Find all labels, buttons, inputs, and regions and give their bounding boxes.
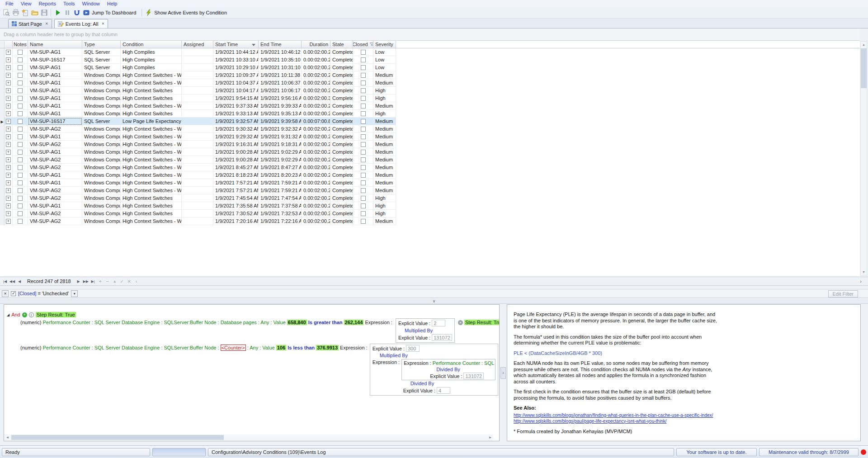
condition-cell[interactable]: High Context Switches - Warning (121, 133, 182, 141)
collapse-chevron-icon[interactable]: ∨ (433, 299, 436, 303)
duration-cell[interactable]: 0.00:02:00.228 (302, 187, 330, 194)
notes-cell[interactable] (13, 64, 28, 71)
state-cell[interactable]: Completed (330, 64, 353, 71)
condition-cell[interactable]: High Context Switches (121, 194, 182, 202)
severity-cell[interactable]: High (373, 94, 396, 102)
notes-cell[interactable] (13, 71, 28, 79)
duration-cell[interactable]: 0.00:02:00.259 (302, 56, 330, 64)
start-time-cell[interactable]: 1/9/2021 10:33:10 AM (213, 56, 259, 64)
state-cell[interactable]: Completed (330, 141, 353, 148)
condition-root-node[interactable]: ◢ And Step Result: True (7, 312, 76, 317)
expand-row-icon[interactable] (6, 104, 11, 109)
scrollbar-thumb[interactable] (11, 435, 224, 440)
expand-row-icon[interactable] (6, 96, 11, 101)
type-cell[interactable]: SQL Server (82, 64, 121, 71)
start-time-cell[interactable]: 1/9/2021 7:57:21 AM (213, 187, 259, 194)
closed-checkbox[interactable] (361, 173, 366, 178)
prev-record-button[interactable] (16, 278, 23, 285)
expand-row-icon[interactable] (6, 180, 11, 185)
name-cell[interactable]: VM-SUP-16S17 (28, 56, 82, 64)
show-active-events-button[interactable]: Show Active Events by Condition (154, 10, 227, 15)
start-time-cell[interactable]: 1/9/2021 10:09:37 AM (213, 71, 259, 79)
expand-cell[interactable] (5, 164, 13, 171)
save-icon[interactable] (39, 8, 49, 18)
notes-cell[interactable] (13, 202, 28, 210)
expand-cell[interactable] (5, 79, 13, 87)
type-cell[interactable]: SQL Server (82, 118, 121, 125)
state-cell[interactable]: Completed (330, 187, 353, 194)
open-folder-icon[interactable] (30, 8, 39, 18)
next-record-button[interactable] (75, 278, 82, 285)
type-cell[interactable]: Windows Computer (82, 156, 121, 164)
notes-checkbox[interactable] (18, 96, 23, 101)
new-document-icon[interactable] (20, 8, 30, 18)
expand-cell[interactable] (5, 210, 13, 217)
type-cell[interactable]: Windows Computer (82, 210, 121, 217)
assigned-user-cell[interactable] (182, 133, 213, 141)
condition-cell[interactable]: High Context Switches - Warning (121, 156, 182, 164)
closed-checkbox[interactable] (361, 150, 366, 155)
dismiss-step-icon[interactable] (458, 320, 463, 325)
closed-cell[interactable] (353, 79, 373, 87)
type-cell[interactable]: Windows Computer (82, 110, 121, 118)
duration-cell[interactable]: 0.00:02:00.324 (302, 94, 330, 102)
name-cell[interactable]: VM-SUP-AG1 (28, 94, 82, 102)
header-duration[interactable]: Duration (302, 41, 330, 48)
end-time-cell[interactable]: 1/9/2021 10:06:17 AM (259, 87, 302, 94)
assigned-user-cell[interactable] (182, 102, 213, 110)
closed-cell[interactable] (353, 133, 373, 141)
severity-cell[interactable]: Medium (373, 164, 396, 171)
expand-row-icon[interactable] (6, 203, 11, 208)
scroll-up-icon[interactable]: ▲ (861, 42, 867, 48)
state-cell[interactable]: Completed (330, 118, 353, 125)
expand-row-icon[interactable] (6, 65, 11, 70)
notes-cell[interactable] (13, 133, 28, 141)
assigned-user-cell[interactable] (182, 164, 213, 171)
end-time-cell[interactable]: 1/9/2021 9:56:16 AM (259, 94, 302, 102)
closed-cell[interactable] (353, 56, 373, 64)
grid-vertical-scrollbar[interactable]: ▲ ▼ (860, 41, 867, 276)
name-cell[interactable]: VM-SUP-AG2 (28, 210, 82, 217)
closed-checkbox[interactable] (361, 211, 366, 216)
notes-checkbox[interactable] (18, 50, 23, 55)
vertical-splitter[interactable] (500, 304, 506, 441)
next-page-button[interactable] (82, 278, 90, 285)
expand-cell[interactable] (5, 202, 13, 210)
closed-checkbox[interactable] (361, 73, 366, 78)
closed-cell[interactable] (353, 187, 373, 194)
start-time-cell[interactable]: 1/9/2021 8:45:27 AM (213, 164, 259, 171)
severity-cell[interactable]: Medium (373, 148, 396, 156)
table-row[interactable]: VM-SUP-AG2Windows ComputerHigh Context S… (0, 217, 860, 225)
notes-checkbox[interactable] (18, 104, 23, 109)
end-time-cell[interactable]: 1/9/2021 8:20:23 AM (259, 171, 302, 179)
expand-row-icon[interactable] (6, 188, 11, 193)
delete-record-button[interactable] (104, 278, 111, 285)
condition-cell[interactable]: High Context Switches - Warning (121, 164, 182, 171)
closed-checkbox[interactable] (361, 127, 366, 132)
end-time-cell[interactable]: 1/9/2021 7:32:53 AM (259, 210, 302, 217)
start-time-cell[interactable]: 1/9/2021 9:29:32 AM (213, 133, 259, 141)
duration-cell[interactable]: 0.00:02:00.210 (302, 110, 330, 118)
condition-horizontal-scrollbar[interactable]: ◂ ▸ (5, 434, 493, 440)
end-time-cell[interactable]: 1/9/2021 10:46:12 AM (259, 48, 302, 56)
end-time-cell[interactable]: 1/9/2021 9:02:29 AM (259, 148, 302, 156)
type-cell[interactable]: Windows Computer (82, 87, 121, 94)
expand-row-icon[interactable] (6, 80, 11, 85)
status-update-message[interactable]: Your software is up to date. (676, 448, 757, 456)
end-time-cell[interactable]: 1/9/2021 10:35:10 AM (259, 56, 302, 64)
table-row[interactable]: VM-SUP-AG1Windows ComputerHigh Context S… (0, 87, 860, 94)
notes-cell[interactable] (13, 102, 28, 110)
severity-cell[interactable]: High (373, 87, 396, 94)
closed-cell[interactable] (353, 171, 373, 179)
condition-cell[interactable]: High Compiles (121, 64, 182, 71)
closed-cell[interactable] (353, 194, 373, 202)
end-time-cell[interactable]: 1/9/2021 7:59:21 AM (259, 179, 302, 187)
closed-checkbox[interactable] (361, 157, 366, 162)
assigned-user-cell[interactable] (182, 94, 213, 102)
notes-cell[interactable] (13, 217, 28, 225)
closed-cell[interactable] (353, 102, 373, 110)
duration-cell[interactable]: 0.00:02:00.277 (302, 210, 330, 217)
duration-cell[interactable]: 0.00:02:00.213 (302, 141, 330, 148)
closed-checkbox[interactable] (361, 96, 366, 101)
state-cell[interactable]: Completed (330, 171, 353, 179)
